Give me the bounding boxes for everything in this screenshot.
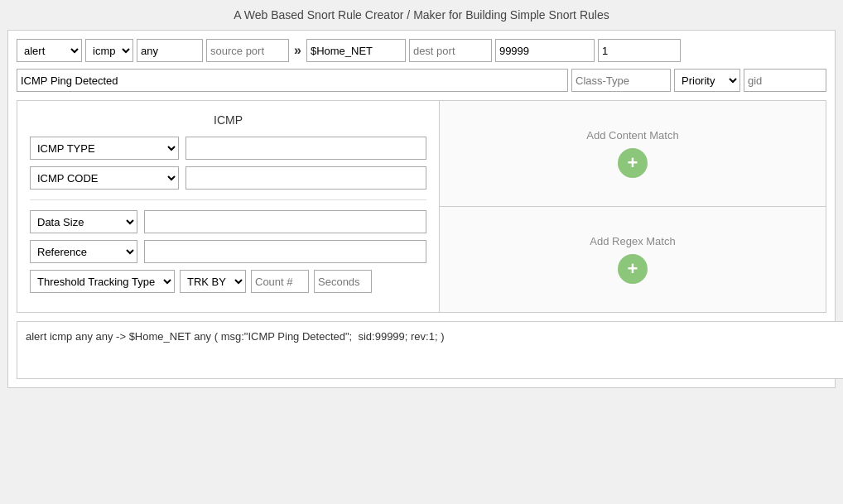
rule-header-row: alert log pass activate dynamic icmp tcp… [17,39,826,62]
datasize-select[interactable]: Data Size <= >= = != [30,210,137,233]
src-ip-input[interactable]: any [137,39,203,62]
icmp-code-input[interactable] [185,166,426,190]
divider-1 [30,199,426,200]
regex-match-area: Add Regex Match + [440,207,826,312]
bottom-area: ICMP ICMP TYPE 0 3 5 8 11 ICMP CODE 0 1 … [17,100,826,313]
rev-input[interactable]: 1 [598,39,681,62]
class-type-input[interactable] [571,69,671,92]
trkby-select[interactable]: TRK BY by_src by_dst [180,270,246,293]
dst-port-input[interactable] [409,39,492,62]
reference-row: Reference url cve bugtraq [30,240,426,263]
src-port-input[interactable] [206,39,289,62]
rule-meta-row: ICMP Ping Detected Priority 1 2 3 4 [17,69,826,92]
arrow-icon: » [292,43,303,58]
threshold-type-select[interactable]: Threshold Tracking Type threshold limit … [30,270,175,293]
sid-input[interactable]: 99999 [495,39,595,62]
icmp-title: ICMP [30,113,426,127]
right-panel: Add Content Match + Add Regex Match + [440,101,826,312]
page-title: A Web Based Snort Rule Creator / Maker f… [234,8,609,22]
left-panel: ICMP ICMP TYPE 0 3 5 8 11 ICMP CODE 0 1 … [17,101,440,312]
action-select[interactable]: alert log pass activate dynamic [17,39,82,62]
main-container: alert log pass activate dynamic icmp tcp… [7,30,836,388]
output-box: alert icmp any any -> $Home_NET any ( ms… [17,321,843,379]
add-regex-button[interactable]: + [618,254,648,284]
datasize-input[interactable] [144,210,426,233]
gid-input[interactable] [744,69,826,92]
icmp-code-row: ICMP CODE 0 1 2 3 [30,166,426,190]
threshold-row: Threshold Tracking Type threshold limit … [30,270,426,293]
icmp-type-input[interactable] [185,137,426,160]
add-content-button[interactable]: + [618,148,648,178]
regex-match-label: Add Regex Match [590,235,675,247]
icmp-code-select[interactable]: ICMP CODE 0 1 2 3 [30,166,179,190]
content-match-label: Add Content Match [586,129,678,142]
count-input[interactable] [251,270,309,293]
datasize-row: Data Size <= >= = != [30,210,426,233]
priority-select[interactable]: Priority 1 2 3 4 [674,69,740,92]
reference-input[interactable] [144,240,426,263]
seconds-input[interactable] [314,270,372,293]
content-match-area: Add Content Match + [440,101,826,207]
msg-input[interactable]: ICMP Ping Detected [17,69,568,92]
icmp-type-row: ICMP TYPE 0 3 5 8 11 [30,137,426,160]
icmp-type-select[interactable]: ICMP TYPE 0 3 5 8 11 [30,137,179,160]
reference-select[interactable]: Reference url cve bugtraq [30,240,137,263]
dst-ip-input[interactable]: $Home_NET [306,39,406,62]
protocol-select[interactable]: icmp tcp udp ip [85,39,133,62]
